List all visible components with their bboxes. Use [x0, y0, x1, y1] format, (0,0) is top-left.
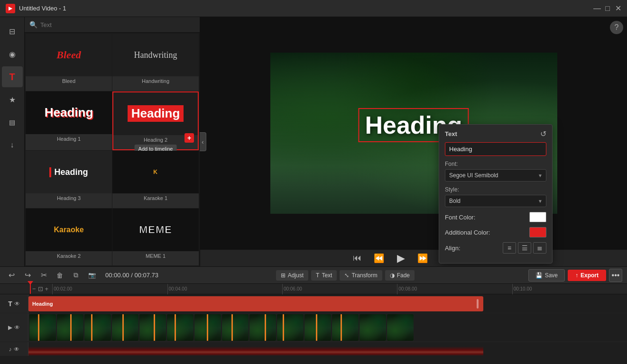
sidebar-item-effects[interactable]: ◉	[2, 44, 23, 64]
additional-color-picker[interactable]	[529, 227, 546, 237]
popup-header: Text ↺	[445, 129, 546, 138]
template-karaoke1-label: Karaoke 1	[144, 193, 167, 203]
text-tab-button[interactable]: T Text	[311, 270, 337, 281]
font-color-row: Font Color:	[445, 212, 546, 222]
film-frame-0	[29, 314, 56, 341]
template-meme1-label: MEME 1	[146, 251, 166, 261]
film-frame-2	[84, 314, 111, 341]
template-karaoke2[interactable]: Karaoke Karaoke 2	[26, 209, 112, 266]
video-track-controls: ▶ 👁	[0, 313, 28, 341]
video-track-visibility-button[interactable]: 👁	[14, 324, 20, 331]
template-heading1-preview: Heading	[26, 91, 112, 134]
sidebar-item-transition[interactable]: ▤	[2, 112, 23, 133]
align-label: Align:	[445, 245, 461, 252]
template-heading3[interactable]: Heading Heading 3	[26, 151, 112, 208]
template-meme1[interactable]: MEME MEME 1	[112, 209, 199, 266]
fade-tab-button[interactable]: ◑ Fade	[385, 270, 415, 281]
popup-refresh-button[interactable]: ↺	[540, 129, 546, 138]
template-bleed[interactable]: Bleed Bleed	[26, 34, 112, 91]
step-back-button[interactable]: ⏪	[372, 251, 386, 265]
text-track-visibility-button[interactable]: 👁	[14, 300, 20, 307]
text-track-label: Heading	[32, 301, 53, 307]
align-center-button[interactable]: ☰	[518, 242, 531, 254]
taskbar: ↩ ↪ ✂ 🗑 ⧉ 📷 00:00.00 / 00:07.73 ⊞ Adjust…	[0, 266, 627, 283]
template-heading1[interactable]: Heading Heading 1	[26, 91, 112, 151]
search-input[interactable]	[40, 21, 195, 28]
save-button[interactable]: 💾 Save	[528, 269, 565, 282]
font-label: Font:	[445, 161, 546, 167]
align-right-button[interactable]: ≣	[533, 242, 546, 254]
template-heading2-label: Heading 2	[144, 135, 167, 145]
step-forward-button[interactable]: ⏩	[415, 251, 430, 265]
add-to-timeline-btn[interactable]: +	[184, 133, 194, 143]
play-button[interactable]: ▶	[394, 251, 408, 265]
playhead[interactable]	[30, 284, 31, 294]
window-controls: — □ ✕	[594, 5, 621, 12]
meme1-preview-text: MEME	[139, 224, 172, 236]
panel-collapse-btn[interactable]: ‹	[200, 132, 206, 151]
template-handwriting-preview: Handwriting	[112, 34, 199, 76]
align-left-button[interactable]: ≡	[503, 242, 516, 254]
text-track-bar[interactable]: Heading	[28, 296, 483, 311]
font-select[interactable]: Segoe UI Semibold Arial Times New Roman	[445, 169, 546, 182]
template-karaoke1[interactable]: K Karaoke 1	[112, 151, 199, 208]
film-frame-5	[167, 314, 194, 341]
preview-area: Heading ? ⏮ ⏪ ▶ ⏩ ⏭ ⛶ Text ↺ F	[200, 17, 627, 266]
text-track-icon: T	[8, 300, 12, 308]
font-select-wrap: Segoe UI Semibold Arial Times New Roman …	[445, 169, 546, 182]
template-handwriting[interactable]: Handwriting Handwriting	[112, 34, 199, 91]
bleed-preview-text: Bleed	[56, 49, 81, 61]
template-heading3-preview: Heading	[26, 151, 112, 193]
popup-title: Text	[445, 130, 457, 137]
zoom-in-button[interactable]: +	[45, 285, 49, 292]
snapshot-button[interactable]: 📷	[85, 269, 99, 282]
text-track-content[interactable]: Heading	[28, 294, 627, 313]
sidebar-item-media[interactable]: ⊟	[2, 21, 23, 42]
video-track: ▶ 👁	[0, 313, 627, 342]
film-frame-4	[139, 314, 166, 341]
ruler-mark-3: 00:08.00	[397, 284, 512, 294]
zoom-fit-button[interactable]: ⊡	[38, 285, 43, 292]
karaoke2-preview-text: Karaoke	[54, 226, 83, 234]
close-button[interactable]: ✕	[615, 5, 621, 12]
waveform-content	[28, 342, 627, 356]
help-button[interactable]: ?	[610, 21, 623, 34]
heading1-preview-text: Heading	[45, 105, 93, 120]
ruler-mark-0: 00:02.00	[52, 284, 167, 294]
cut-button[interactable]: ✂	[37, 269, 50, 282]
zoom-out-button[interactable]: −	[32, 285, 36, 292]
video-track-content[interactable]	[28, 313, 627, 341]
track-handle[interactable]	[477, 299, 479, 309]
redo-button[interactable]: ↪	[21, 269, 34, 282]
adjust-tab-button[interactable]: ⊞ Adjust	[276, 270, 308, 281]
audio-track-icon: ♪	[9, 346, 12, 353]
undo-button[interactable]: ↩	[5, 269, 18, 282]
waveform-track: ♪ 👁	[0, 342, 627, 356]
transform-tab-button[interactable]: ⤡ Transform	[340, 270, 382, 281]
audio-track-visibility-button[interactable]: 👁	[14, 346, 19, 353]
template-heading2[interactable]: Heading Heading 2 + Add to timeline	[112, 91, 199, 151]
template-bleed-preview: Bleed	[26, 34, 112, 76]
minimize-button[interactable]: —	[594, 5, 600, 12]
sidebar-item-text[interactable]: T	[2, 66, 23, 87]
delete-button[interactable]: 🗑	[53, 269, 66, 282]
style-select[interactable]: Bold Regular Italic	[445, 195, 546, 207]
template-karaoke2-preview: Karaoke	[26, 209, 112, 251]
rewind-button[interactable]: ⏮	[350, 251, 364, 265]
zoom-controls: − ⊡ +	[28, 284, 52, 293]
template-heading1-label: Heading 1	[57, 134, 81, 144]
copy-button[interactable]: ⧉	[69, 269, 83, 282]
more-options-button[interactable]: •••	[609, 269, 622, 282]
sidebar-item-download[interactable]: ↓	[2, 135, 23, 155]
film-frame-3	[112, 314, 138, 341]
window-title: Untitled Video - 1	[19, 5, 590, 12]
text-input-field[interactable]	[445, 142, 546, 156]
maximize-button[interactable]: □	[604, 5, 611, 12]
align-row: Align: ≡ ☰ ≣	[445, 242, 546, 254]
main-layout: ⊟ ◉ T ★ ▤ ↓ 🔍 Bleed Bleed Handwriting	[0, 17, 627, 266]
waveform-bar	[28, 346, 483, 356]
heading2-preview-text: Heading	[128, 105, 184, 122]
sidebar-item-sticker[interactable]: ★	[2, 89, 23, 110]
export-button[interactable]: ↑ Export	[568, 270, 606, 281]
font-color-picker[interactable]	[529, 212, 546, 222]
